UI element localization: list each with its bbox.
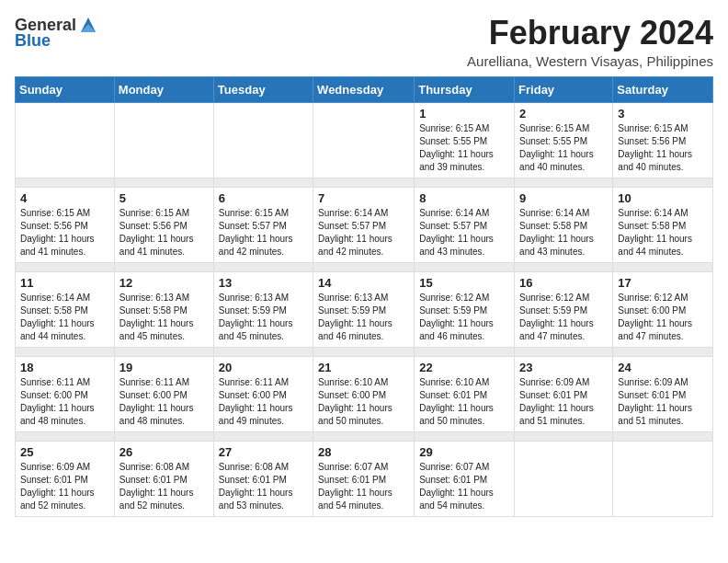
- separator-cell: [114, 347, 213, 356]
- day-number: 26: [119, 445, 209, 459]
- day-number: 15: [419, 276, 509, 290]
- calendar-separator-row: [16, 347, 713, 356]
- day-info: Sunrise: 6:10 AM Sunset: 6:00 PM Dayligh…: [318, 376, 409, 428]
- day-number: 13: [219, 276, 308, 290]
- separator-cell: [515, 431, 613, 441]
- day-number: 14: [318, 276, 409, 290]
- separator-cell: [613, 431, 713, 441]
- separator-cell: [114, 431, 213, 441]
- calendar-header-wednesday: Wednesday: [313, 76, 415, 102]
- separator-cell: [613, 262, 713, 271]
- day-number: 10: [618, 191, 708, 205]
- calendar-header-sunday: Sunday: [16, 76, 115, 102]
- calendar-day-cell: 7Sunrise: 6:14 AM Sunset: 5:57 PM Daylig…: [313, 187, 415, 262]
- day-info: Sunrise: 6:12 AM Sunset: 5:59 PM Dayligh…: [519, 292, 608, 343]
- day-number: 22: [419, 361, 509, 374]
- calendar-week-row: 18Sunrise: 6:11 AM Sunset: 6:00 PM Dayli…: [16, 356, 713, 431]
- separator-cell: [313, 431, 415, 441]
- day-number: 5: [119, 191, 209, 205]
- day-info: Sunrise: 6:14 AM Sunset: 5:58 PM Dayligh…: [20, 292, 109, 343]
- calendar-week-row: 1Sunrise: 6:15 AM Sunset: 5:55 PM Daylig…: [16, 102, 713, 178]
- separator-cell: [16, 178, 115, 187]
- calendar-day-cell: 23Sunrise: 6:09 AM Sunset: 6:01 PM Dayli…: [515, 356, 613, 431]
- calendar-day-cell: 17Sunrise: 6:12 AM Sunset: 6:00 PM Dayli…: [613, 271, 713, 347]
- calendar-week-row: 4Sunrise: 6:15 AM Sunset: 5:56 PM Daylig…: [16, 187, 713, 262]
- day-number: 27: [219, 445, 308, 459]
- calendar-day-cell: 14Sunrise: 6:13 AM Sunset: 5:59 PM Dayli…: [313, 271, 415, 347]
- day-number: 11: [20, 276, 109, 290]
- month-year-title: February 2024: [467, 15, 713, 52]
- calendar-header-tuesday: Tuesday: [213, 76, 313, 102]
- logo-icon: [78, 15, 98, 35]
- separator-cell: [16, 347, 115, 356]
- day-info: Sunrise: 6:11 AM Sunset: 6:00 PM Dayligh…: [219, 376, 308, 428]
- day-number: 1: [419, 107, 509, 121]
- day-info: Sunrise: 6:10 AM Sunset: 6:01 PM Dayligh…: [419, 376, 509, 428]
- day-info: Sunrise: 6:11 AM Sunset: 6:00 PM Dayligh…: [119, 376, 209, 428]
- calendar-day-cell: 18Sunrise: 6:11 AM Sunset: 6:00 PM Dayli…: [16, 356, 115, 431]
- separator-cell: [313, 178, 415, 187]
- day-number: 18: [20, 361, 109, 374]
- page-header: General Blue February 2024 Aurelliana, W…: [15, 15, 713, 69]
- day-info: Sunrise: 6:14 AM Sunset: 5:58 PM Dayligh…: [519, 207, 608, 259]
- day-info: Sunrise: 6:15 AM Sunset: 5:56 PM Dayligh…: [119, 207, 209, 259]
- calendar-header-thursday: Thursday: [415, 76, 515, 102]
- calendar-day-cell: 29Sunrise: 6:07 AM Sunset: 6:01 PM Dayli…: [415, 441, 515, 516]
- day-number: 8: [419, 191, 509, 205]
- calendar-day-cell: 13Sunrise: 6:13 AM Sunset: 5:59 PM Dayli…: [213, 271, 313, 347]
- calendar-day-cell: [213, 102, 313, 178]
- day-info: Sunrise: 6:14 AM Sunset: 5:57 PM Dayligh…: [318, 207, 409, 259]
- calendar-header-row: SundayMondayTuesdayWednesdayThursdayFrid…: [16, 76, 713, 102]
- separator-cell: [313, 347, 415, 356]
- separator-cell: [613, 178, 713, 187]
- separator-cell: [415, 431, 515, 441]
- day-number: 17: [618, 276, 708, 290]
- day-number: 4: [20, 191, 109, 205]
- separator-cell: [415, 178, 515, 187]
- separator-cell: [114, 178, 213, 187]
- calendar-table: SundayMondayTuesdayWednesdayThursdayFrid…: [15, 76, 713, 517]
- day-number: 12: [119, 276, 209, 290]
- day-info: Sunrise: 6:08 AM Sunset: 6:01 PM Dayligh…: [219, 461, 308, 512]
- calendar-day-cell: 15Sunrise: 6:12 AM Sunset: 5:59 PM Dayli…: [415, 271, 515, 347]
- day-number: 28: [318, 445, 409, 459]
- calendar-day-cell: 11Sunrise: 6:14 AM Sunset: 5:58 PM Dayli…: [16, 271, 115, 347]
- calendar-day-cell: 19Sunrise: 6:11 AM Sunset: 6:00 PM Dayli…: [114, 356, 213, 431]
- day-number: 21: [318, 361, 409, 374]
- day-info: Sunrise: 6:13 AM Sunset: 5:58 PM Dayligh…: [119, 292, 209, 343]
- separator-cell: [613, 347, 713, 356]
- calendar-day-cell: 4Sunrise: 6:15 AM Sunset: 5:56 PM Daylig…: [16, 187, 115, 262]
- day-info: Sunrise: 6:15 AM Sunset: 5:55 PM Dayligh…: [519, 122, 608, 174]
- day-info: Sunrise: 6:07 AM Sunset: 6:01 PM Dayligh…: [419, 461, 509, 512]
- title-section: February 2024 Aurelliana, Western Visaya…: [467, 15, 713, 69]
- calendar-day-cell: 25Sunrise: 6:09 AM Sunset: 6:01 PM Dayli…: [16, 441, 115, 516]
- calendar-separator-row: [16, 431, 713, 441]
- logo-blue-text: Blue: [15, 31, 51, 51]
- calendar-header-friday: Friday: [515, 76, 613, 102]
- calendar-separator-row: [16, 262, 713, 271]
- calendar-day-cell: 21Sunrise: 6:10 AM Sunset: 6:00 PM Dayli…: [313, 356, 415, 431]
- calendar-day-cell: 16Sunrise: 6:12 AM Sunset: 5:59 PM Dayli…: [515, 271, 613, 347]
- separator-cell: [16, 262, 115, 271]
- day-info: Sunrise: 6:12 AM Sunset: 5:59 PM Dayligh…: [419, 292, 509, 343]
- day-info: Sunrise: 6:09 AM Sunset: 6:01 PM Dayligh…: [20, 461, 109, 512]
- logo: General Blue: [15, 15, 98, 51]
- calendar-day-cell: 9Sunrise: 6:14 AM Sunset: 5:58 PM Daylig…: [515, 187, 613, 262]
- calendar-day-cell: 1Sunrise: 6:15 AM Sunset: 5:55 PM Daylig…: [415, 102, 515, 178]
- calendar-week-row: 25Sunrise: 6:09 AM Sunset: 6:01 PM Dayli…: [16, 441, 713, 516]
- day-number: 20: [219, 361, 308, 374]
- day-info: Sunrise: 6:14 AM Sunset: 5:57 PM Dayligh…: [419, 207, 509, 259]
- separator-cell: [415, 262, 515, 271]
- calendar-day-cell: 22Sunrise: 6:10 AM Sunset: 6:01 PM Dayli…: [415, 356, 515, 431]
- day-info: Sunrise: 6:11 AM Sunset: 6:00 PM Dayligh…: [20, 376, 109, 428]
- separator-cell: [213, 431, 313, 441]
- day-info: Sunrise: 6:09 AM Sunset: 6:01 PM Dayligh…: [618, 376, 708, 428]
- calendar-day-cell: [613, 441, 713, 516]
- day-number: 2: [519, 107, 608, 121]
- calendar-day-cell: 10Sunrise: 6:14 AM Sunset: 5:58 PM Dayli…: [613, 187, 713, 262]
- calendar-day-cell: 26Sunrise: 6:08 AM Sunset: 6:01 PM Dayli…: [114, 441, 213, 516]
- day-info: Sunrise: 6:15 AM Sunset: 5:56 PM Dayligh…: [618, 122, 708, 174]
- calendar-week-row: 11Sunrise: 6:14 AM Sunset: 5:58 PM Dayli…: [16, 271, 713, 347]
- day-number: 24: [618, 361, 708, 374]
- day-info: Sunrise: 6:15 AM Sunset: 5:55 PM Dayligh…: [419, 122, 509, 174]
